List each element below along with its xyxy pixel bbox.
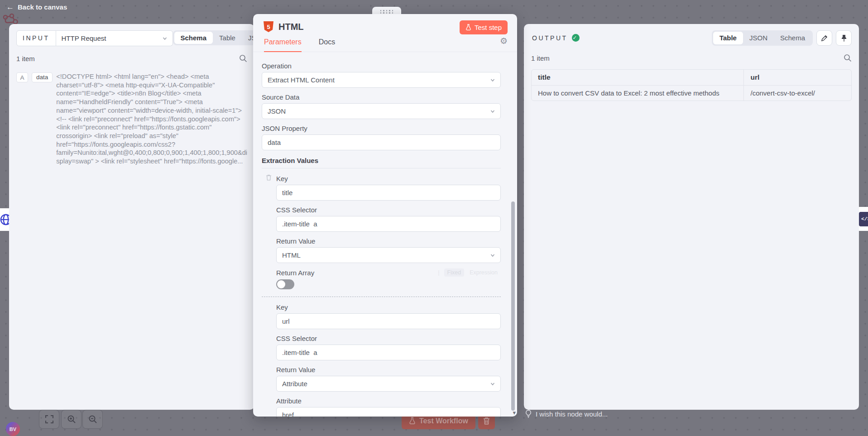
modal-scrollbar-thumb[interactable] bbox=[511, 201, 515, 411]
output-tab-table[interactable]: Table bbox=[713, 32, 743, 44]
return-value-label: Return Value bbox=[276, 366, 501, 374]
drag-dots-icon bbox=[380, 10, 393, 14]
parameter-input-options: ⋮ Fixed Expression bbox=[436, 268, 501, 277]
scroll-down-icon[interactable]: ▾ bbox=[513, 409, 516, 416]
chevron-down-icon bbox=[490, 382, 495, 386]
css-selector-value: .item-title a bbox=[282, 220, 317, 228]
key-value: title bbox=[282, 189, 293, 196]
flask-icon bbox=[465, 24, 471, 31]
output-tab-schema[interactable]: Schema bbox=[774, 32, 811, 44]
key-label: Key bbox=[276, 175, 501, 182]
attribute-input[interactable]: href bbox=[276, 407, 501, 417]
edit-output-button[interactable] bbox=[816, 30, 832, 46]
key-label: Key bbox=[276, 303, 501, 311]
chevron-down-icon bbox=[490, 253, 495, 258]
column-header-url: url bbox=[744, 70, 851, 85]
return-array-toggle[interactable] bbox=[276, 279, 294, 289]
css-selector-input[interactable]: .item-title a bbox=[276, 216, 501, 232]
output-panel: OUTPUT ✓ Table JSON Schema bbox=[524, 24, 859, 410]
node-feedback-link[interactable]: I wish this node would... bbox=[525, 410, 608, 418]
avatar[interactable]: BV bbox=[6, 422, 20, 436]
tab-parameters[interactable]: Parameters bbox=[264, 38, 302, 52]
avatar-initials: BV bbox=[10, 426, 16, 432]
key-input[interactable]: url bbox=[276, 313, 501, 329]
ndv-overlay: ← Back to canvas Test Workflow bbox=[0, 0, 868, 436]
chevron-down-icon bbox=[490, 78, 495, 82]
operation-value: Extract HTML Content bbox=[268, 76, 335, 84]
pencil-icon bbox=[821, 35, 828, 42]
return-value-value: Attribute bbox=[282, 380, 307, 388]
trash-icon bbox=[266, 174, 272, 181]
zoom-in-icon bbox=[67, 415, 76, 424]
output-tab-json[interactable]: JSON bbox=[743, 32, 774, 44]
extraction-values-heading: Extraction Values bbox=[262, 157, 501, 164]
toggle-knob bbox=[277, 280, 285, 288]
options-dots-icon[interactable]: ⋮ bbox=[436, 269, 442, 276]
return-value-select[interactable]: Attribute bbox=[276, 376, 501, 392]
input-item-count: 1 item bbox=[16, 55, 35, 62]
zoom-in-button[interactable] bbox=[61, 410, 82, 429]
expression-option[interactable]: Expression bbox=[466, 268, 501, 277]
test-step-button[interactable]: Test step bbox=[460, 20, 508, 34]
output-item-count: 1 item bbox=[531, 54, 550, 62]
zoom-to-fit-button[interactable] bbox=[39, 410, 59, 429]
node-title: HTML bbox=[278, 22, 304, 32]
output-table: title url How to convert CSV data to Exc… bbox=[531, 69, 852, 101]
output-table-header: title url bbox=[532, 70, 851, 86]
fit-view-icon bbox=[45, 415, 54, 424]
attribute-value: href bbox=[282, 411, 294, 417]
cell-url: /convert-csv-to-excel/ bbox=[744, 86, 851, 101]
source-data-label: Source Data bbox=[262, 93, 501, 101]
json-property-input[interactable]: data bbox=[262, 134, 501, 150]
html5-icon-glyph: 5 bbox=[267, 24, 270, 30]
column-header-title: title bbox=[532, 70, 744, 85]
cell-title: How to convert CSV data to Excel: 2 most… bbox=[532, 86, 744, 101]
key-value: url bbox=[282, 317, 290, 325]
node-settings-modal: 5 HTML Test step Parameters Docs ⚙ Opera… bbox=[253, 14, 517, 417]
source-data-value: JSON bbox=[268, 107, 286, 115]
lightbulb-icon bbox=[525, 410, 532, 418]
css-selector-value: .item-title a bbox=[282, 349, 317, 356]
input-panel: INPUT HTTP Request Schema Table JSON 1 i… bbox=[9, 24, 254, 410]
output-view-tabs: Table JSON Schema bbox=[712, 30, 813, 46]
zoom-out-button[interactable] bbox=[82, 410, 103, 429]
back-arrow-icon: ← bbox=[6, 3, 14, 11]
trash-icon bbox=[483, 417, 490, 425]
css-selector-label: CSS Selector bbox=[276, 335, 501, 342]
node-settings-gear-icon[interactable]: ⚙ bbox=[500, 36, 508, 46]
css-selector-input[interactable]: .item-title a bbox=[276, 345, 501, 360]
remove-item-button[interactable] bbox=[266, 174, 272, 181]
input-source-value: HTTP Request bbox=[62, 34, 106, 42]
input-tab-table[interactable]: Table bbox=[213, 32, 242, 44]
return-array-label: Return Array bbox=[276, 269, 314, 277]
flask-icon bbox=[409, 417, 416, 425]
input-tab-schema[interactable]: Schema bbox=[174, 32, 213, 44]
search-icon[interactable] bbox=[239, 54, 247, 62]
fixed-option[interactable]: Fixed bbox=[444, 268, 465, 277]
return-value-select[interactable]: HTML bbox=[276, 247, 501, 263]
table-row: How to convert CSV data to Excel: 2 most… bbox=[532, 86, 851, 101]
return-value-value: HTML bbox=[282, 251, 301, 259]
back-to-canvas-link[interactable]: ← Back to canvas bbox=[6, 3, 67, 11]
input-source-select[interactable]: HTTP Request bbox=[56, 30, 173, 46]
schema-key-badge[interactable]: data bbox=[32, 72, 53, 82]
schema-row: A data <!DOCTYPE html> <html lang="en"> … bbox=[9, 62, 254, 166]
json-property-value: data bbox=[268, 139, 281, 146]
input-panel-label: INPUT bbox=[16, 30, 56, 46]
operation-label: Operation bbox=[262, 62, 501, 70]
tab-docs[interactable]: Docs bbox=[319, 38, 335, 52]
wish-text: I wish this node would... bbox=[536, 410, 608, 418]
search-icon[interactable] bbox=[844, 54, 852, 62]
key-input[interactable]: title bbox=[276, 185, 501, 201]
test-workflow-label: Test Workflow bbox=[419, 417, 468, 425]
back-to-canvas-label: Back to canvas bbox=[18, 3, 67, 11]
pin-data-button[interactable] bbox=[836, 30, 852, 46]
chevron-down-icon bbox=[490, 109, 495, 114]
zoom-out-icon bbox=[88, 415, 97, 424]
extraction-value-group-2: Key url CSS Selector .item-title a Retur… bbox=[276, 297, 501, 417]
code-icon: </> bbox=[859, 212, 868, 226]
html5-icon: 5 bbox=[264, 21, 273, 32]
source-data-select[interactable]: JSON bbox=[262, 103, 501, 119]
operation-select[interactable]: Extract HTML Content bbox=[262, 72, 501, 88]
chevron-down-icon bbox=[163, 36, 167, 41]
